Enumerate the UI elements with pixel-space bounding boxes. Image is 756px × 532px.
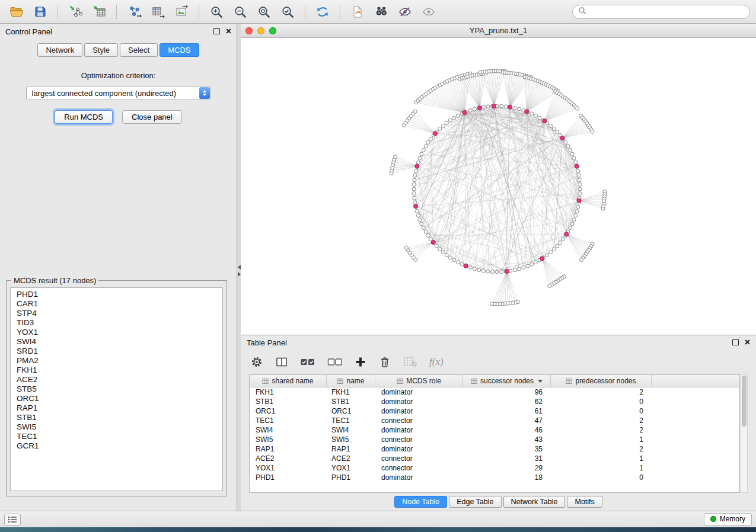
- open-icon[interactable]: [6, 2, 27, 21]
- show-columns-icon[interactable]: [275, 355, 288, 368]
- cell-mcds-role: dominator: [375, 388, 463, 396]
- cell-shared-name: FKH1: [250, 388, 327, 396]
- table-scrollbar[interactable]: [741, 374, 748, 493]
- zoom-fit-icon[interactable]: [253, 2, 275, 21]
- import-network-icon[interactable]: [65, 2, 86, 21]
- table-row[interactable]: FKH1 FKH1 dominator 96 2: [250, 387, 739, 397]
- criterion-select[interactable]: largest connected component (undirected): [26, 86, 211, 100]
- memory-button[interactable]: Memory: [704, 513, 752, 525]
- list-item[interactable]: FKH1: [17, 366, 216, 375]
- list-item[interactable]: STB1: [17, 413, 216, 422]
- search-field[interactable]: [572, 5, 750, 19]
- cell-shared-name: RAP1: [250, 445, 327, 453]
- status-menu-icon[interactable]: [4, 514, 21, 525]
- zoom-out-icon[interactable]: [229, 2, 251, 21]
- cell-name: SWI4: [327, 426, 375, 434]
- list-item[interactable]: STB5: [17, 384, 216, 394]
- table-row[interactable]: SWI5 SWI5 connector 43 1: [250, 435, 739, 444]
- close-panel-button[interactable]: Close panel: [122, 110, 182, 124]
- unselect-all-icon[interactable]: [327, 357, 343, 367]
- scrollbar-thumb[interactable]: [742, 376, 747, 427]
- tab[interactable]: Motifs: [567, 496, 602, 508]
- list-item[interactable]: TID3: [17, 318, 216, 328]
- float-table-panel-icon[interactable]: [732, 339, 739, 345]
- toolbar-separator: [305, 5, 305, 19]
- search-network-icon[interactable]: [371, 2, 392, 21]
- column-header-mcds-role[interactable]: MCDS role: [375, 375, 463, 387]
- table-row[interactable]: ACE2 ACE2 connector 31 1: [250, 454, 739, 463]
- cell-predecessor-nodes: 2: [551, 426, 652, 434]
- close-table-panel-icon[interactable]: [745, 339, 750, 346]
- delete-column-icon[interactable]: [378, 355, 391, 368]
- mcds-result-list: PHD1 CAR1 STP4 TID3 YOX1 SWI4 SRD1 PMA2: [10, 287, 223, 491]
- export-document-icon[interactable]: [347, 2, 368, 21]
- cell-successor-nodes: 43: [463, 435, 551, 444]
- minimize-window-icon[interactable]: [257, 27, 264, 34]
- zoom-selected-icon[interactable]: [277, 2, 298, 21]
- list-item[interactable]: PMA2: [17, 356, 216, 366]
- export-image-icon[interactable]: [171, 2, 192, 21]
- network-canvas[interactable]: [241, 38, 756, 335]
- column-header-shared-name[interactable]: shared name: [250, 375, 327, 387]
- column-header-name[interactable]: name: [327, 375, 375, 387]
- table-row[interactable]: PHD1 PHD1 dominator 18 0: [250, 473, 739, 482]
- import-table-icon[interactable]: [88, 2, 110, 21]
- run-mcds-button[interactable]: Run MCDS: [55, 110, 113, 124]
- mcds-result-fieldset: MCDS result (17 nodes) PHD1 CAR1 STP4 TI…: [6, 276, 227, 496]
- select-all-icon[interactable]: [300, 357, 315, 367]
- list-item[interactable]: ORC1: [17, 394, 216, 403]
- table-row[interactable]: TEC1 TEC1 connector 47 2: [250, 416, 739, 425]
- cell-mcds-role: dominator: [375, 398, 463, 406]
- float-panel-icon[interactable]: [213, 28, 220, 34]
- cell-successor-nodes: 62: [463, 398, 551, 406]
- hide-selected-icon[interactable]: [394, 2, 416, 21]
- list-item[interactable]: SRD1: [17, 347, 216, 356]
- list-item[interactable]: STP4: [17, 309, 216, 318]
- zoom-in-icon[interactable]: [206, 2, 227, 21]
- add-column-icon[interactable]: [355, 356, 366, 368]
- tab[interactable]: Select: [120, 43, 158, 57]
- control-panel-header: Control Panel: [0, 24, 237, 39]
- cell-successor-nodes: 35: [463, 445, 551, 453]
- gear-icon[interactable]: [250, 355, 263, 368]
- column-header-predecessor-nodes[interactable]: predecessor nodes: [551, 375, 652, 387]
- cell-mcds-role: dominator: [375, 473, 463, 482]
- list-item[interactable]: ACE2: [17, 375, 216, 384]
- list-item[interactable]: CAR1: [17, 299, 216, 309]
- save-icon[interactable]: [30, 2, 51, 21]
- list-item[interactable]: YOX1: [17, 328, 216, 337]
- show-all-icon[interactable]: [418, 2, 439, 21]
- tab[interactable]: Style: [84, 43, 118, 57]
- list-item[interactable]: GCR1: [17, 441, 216, 451]
- close-window-icon[interactable]: [245, 27, 253, 34]
- list-item[interactable]: SWI5: [17, 422, 216, 432]
- tab[interactable]: Node Table: [394, 496, 447, 508]
- table-row[interactable]: RAP1 RAP1 dominator 35 2: [250, 444, 739, 454]
- tab[interactable]: Network: [37, 43, 82, 57]
- list-item[interactable]: TEC1: [17, 432, 216, 441]
- refresh-icon[interactable]: [312, 2, 333, 21]
- table-row[interactable]: STB1 STB1 dominator 62 0: [250, 397, 739, 406]
- cell-shared-name: STB1: [250, 398, 327, 406]
- list-item[interactable]: SWI4: [17, 337, 216, 347]
- tab[interactable]: MCDS: [160, 43, 199, 57]
- cell-shared-name: ORC1: [250, 407, 327, 415]
- tab[interactable]: Edge Table: [449, 496, 501, 508]
- export-table-icon[interactable]: [147, 2, 168, 21]
- table-row[interactable]: YOX1 YOX1 connector 29 1: [250, 463, 739, 473]
- close-panel-icon[interactable]: [226, 28, 231, 35]
- tab[interactable]: Network Table: [503, 496, 566, 508]
- cell-mcds-role: dominator: [375, 407, 463, 415]
- list-item[interactable]: PHD1: [17, 290, 216, 299]
- column-header-filler: [652, 375, 739, 387]
- export-network-icon[interactable]: [123, 2, 145, 21]
- cell-successor-nodes: 47: [463, 416, 551, 425]
- cell-name: YOX1: [327, 464, 375, 472]
- column-header-successor-nodes[interactable]: successor nodes: [463, 375, 551, 387]
- maximize-window-icon[interactable]: [269, 27, 276, 34]
- list-item[interactable]: RAP1: [17, 403, 216, 413]
- table-row[interactable]: ORC1 ORC1 dominator 61 0: [250, 406, 739, 416]
- search-input[interactable]: [590, 8, 744, 16]
- table-row[interactable]: SWI4 SWI4 dominator 46 2: [250, 425, 739, 435]
- cell-predecessor-nodes: 0: [551, 407, 652, 415]
